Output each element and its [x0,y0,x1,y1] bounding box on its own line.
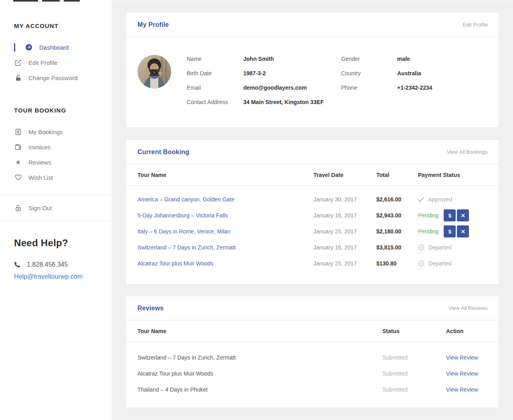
avatar [137,55,171,88]
field-label: Email [187,84,243,91]
field-label: Country [341,70,397,76]
check-circle-icon [418,244,424,251]
view-all-reviews-link[interactable]: View All Reviews [448,305,488,311]
tour-name-link[interactable]: 5-Day Johannesburg – Victoria Falls [137,212,313,219]
table-row: Alcatraz Tour plus Muir Woods Submitted … [137,366,488,382]
payment-status: Approved [418,196,488,203]
current-booking-card: Current Booking View All Bookings Tour N… [126,140,499,284]
sidebar-item-reviews[interactable]: ★ Reviews [0,155,112,170]
field-value: John Smith [243,56,341,62]
cancel-booking-button[interactable]: ✕ [457,209,469,221]
heart-icon [14,175,22,181]
sidebar-item-label: My Bookings [28,129,63,135]
view-review-link[interactable]: View Review [446,354,488,361]
help-email-link[interactable]: Help@traveltourwp.com [14,273,83,280]
column-header: Total [376,172,418,178]
column-header: Tour Name [137,172,313,178]
tour-name-link[interactable]: Italy – 6 Days in Rome, Venice, Milan [137,228,313,235]
table-row: America – Grand canyon, Golden Gate Janu… [137,191,488,207]
total-amount: $2,943.00 [376,212,418,219]
top-clipped-content [112,0,513,2]
payment-status: Departed [418,260,488,267]
help-phone-row: 1.828.456.345 [14,261,112,268]
profile-fields: Name John Smith Gender male Birth Date 1… [187,52,488,109]
help-phone-number: 1.828.456.345 [27,261,68,268]
sidebar-item-invoices[interactable]: Invoices [0,139,112,155]
dashboard-page: MY ACCOUNT Dashboard Edit Profile Change [0,0,513,420]
main-content: My Profile Edit Profile [112,0,513,420]
view-review-link[interactable]: View Review [446,370,488,377]
tour-booking-nav: My Bookings Invoices ★ Reviews Wish List [0,124,112,185]
review-status: Submitted [382,354,446,361]
sidebar-item-dashboard[interactable]: Dashboard [0,40,112,55]
edit-icon [14,59,22,66]
sidebar-item-change-password[interactable]: Change Password [0,70,112,85]
sidebar-item-wish-list[interactable]: Wish List [0,170,112,185]
cancel-booking-button[interactable]: ✕ [457,225,469,237]
field-value: male [397,56,488,62]
total-amount: $2,616.00 [376,196,418,203]
bookings-icon [14,129,22,135]
travel-date: January 25, 2017 [313,260,376,267]
status-text: Pending [418,212,438,219]
table-row: Italy – 6 Days in Rome, Venice, Milan Ja… [137,223,488,239]
lock-icon [14,74,22,81]
logo-clipped [13,0,93,2]
sidebar-item-label: Wish List [28,174,53,181]
field-label: Contact Address [187,99,243,105]
field-value: Australia [397,70,488,76]
status-text: Approved [428,196,452,203]
column-header: Status [382,328,446,334]
tour-name-link[interactable]: Alcatraz Tour plus Muir Woods [137,260,313,267]
my-profile-title: My Profile [137,21,169,28]
sidebar: MY ACCOUNT Dashboard Edit Profile Change [0,0,112,420]
star-icon: ★ [14,158,22,167]
status-text: Departed [428,244,452,251]
tour-name: Thailand – 4 Days in Phuket [137,386,382,393]
travel-date: January 25, 2017 [313,228,376,235]
column-header: Action [446,328,488,334]
payment-status: Pending $ ✕ [418,209,488,221]
sidebar-item-label: Sign Out [28,205,52,211]
view-review-link[interactable]: View Review [446,386,488,393]
travel-date: January 16, 2017 [313,244,376,251]
sidebar-item-my-bookings[interactable]: My Bookings [0,124,112,139]
reviews-card: Reviews View All Reviews Tour Name Statu… [126,296,499,408]
phone-icon [14,261,20,268]
table-row: Switzerland – 7 Days in Zurich, Zermatt … [137,350,488,366]
sidebar-item-label: Dashboard [39,44,69,51]
need-help-section: Need Help? 1.828.456.345 Help@traveltour… [0,237,112,280]
table-row: Switzerland – 7 Days in Zurich, Zermatt … [137,239,488,255]
total-amount: $130.80 [376,260,418,267]
travel-date: January 30, 2017 [313,196,376,203]
sidebar-heading-my-account: MY ACCOUNT [0,22,112,29]
payment-status: Pending $ ✕ [418,225,488,237]
tour-name: Switzerland – 7 Days in Zurich, Zermatt [137,354,382,361]
sidebar-item-sign-out[interactable]: Sign Out [0,200,112,215]
view-all-bookings-link[interactable]: View All Bookings [447,149,488,155]
table-row: 5-Day Johannesburg – Victoria Falls Janu… [137,207,488,223]
pay-button[interactable]: $ [444,225,456,237]
my-profile-card: My Profile Edit Profile [126,13,499,127]
tour-name-link[interactable]: Switzerland – 7 Days in Zurich, Zermatt [137,244,313,251]
sidebar-item-edit-profile[interactable]: Edit Profile [0,55,112,70]
field-label: Birth Date [187,70,243,76]
review-status: Submitted [382,386,446,393]
tour-name-link[interactable]: America – Grand canyon, Golden Gate [137,196,313,203]
total-amount: $2,180.00 [376,228,418,235]
total-amount: $3,815.00 [376,244,418,251]
check-circle-icon [418,260,424,267]
payment-status: Departed [418,244,488,251]
table-row: Thailand – 4 Days in Phuket Submitted Vi… [137,382,488,398]
field-label: Gender [341,56,397,62]
check-icon [418,197,424,202]
reviews-table-header: Tour Name Status Action [126,320,499,342]
review-status: Submitted [382,370,446,377]
pay-button[interactable]: $ [444,209,456,221]
tour-name: Alcatraz Tour plus Muir Woods [137,370,382,377]
column-header: Payment Status [418,172,488,178]
travel-date: January 16, 2017 [313,212,376,219]
sidebar-item-label: Invoices [28,144,50,151]
column-header: Travel Date [313,172,376,178]
edit-profile-link[interactable]: Edit Profile [463,22,488,28]
